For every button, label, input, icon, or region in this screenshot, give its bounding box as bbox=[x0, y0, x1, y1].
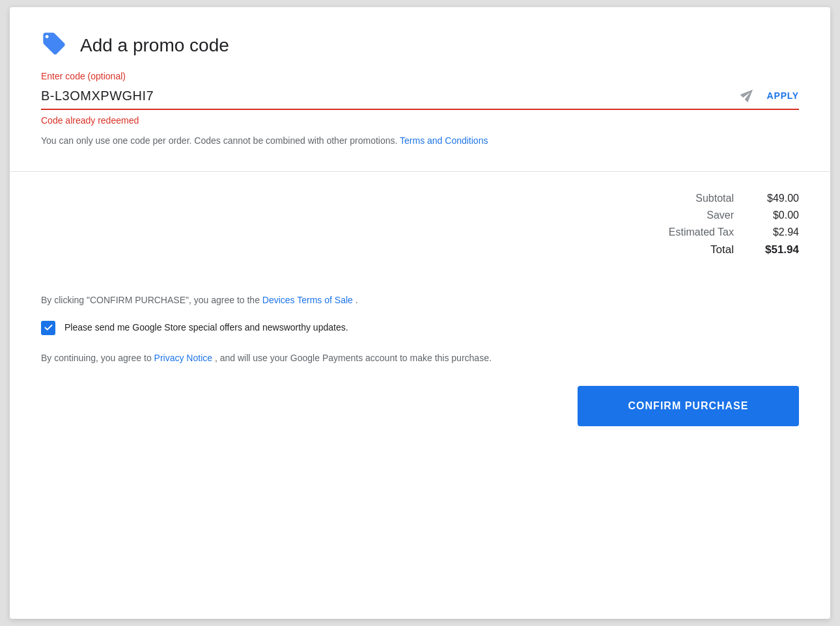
subtotal-value: $49.00 bbox=[734, 193, 799, 204]
confirm-row: CONFIRM PURCHASE bbox=[41, 386, 799, 426]
tag-icon bbox=[41, 31, 67, 61]
legal-section: By clicking "CONFIRM PURCHASE", you agre… bbox=[10, 293, 830, 450]
newsletter-checkbox[interactable] bbox=[41, 321, 55, 335]
confirm-purchase-button[interactable]: CONFIRM PURCHASE bbox=[578, 386, 799, 426]
tax-label: Estimated Tax bbox=[552, 226, 734, 238]
devices-terms-link[interactable]: Devices Terms of Sale bbox=[262, 295, 353, 305]
promo-code-input[interactable] bbox=[41, 88, 742, 103]
promo-input-row: APPLY bbox=[41, 87, 799, 110]
subtotal-label: Subtotal bbox=[552, 193, 734, 204]
newsletter-label: Please send me Google Store special offe… bbox=[64, 321, 348, 334]
promo-note: You can only use one code per order. Cod… bbox=[41, 133, 799, 148]
apply-button[interactable]: APPLY bbox=[767, 90, 799, 101]
total-value: $51.94 bbox=[734, 243, 799, 256]
privacy-notice: By continuing, you agree to Privacy Noti… bbox=[41, 351, 799, 365]
privacy-notice-link[interactable]: Privacy Notice bbox=[154, 353, 212, 363]
saver-row: Saver $0.00 bbox=[552, 210, 799, 221]
newsletter-row: Please send me Google Store special offe… bbox=[41, 321, 799, 335]
tax-value: $2.94 bbox=[734, 226, 799, 238]
purchase-card: Add a promo code Enter code (optional) A… bbox=[10, 7, 830, 619]
promo-header: Add a promo code bbox=[41, 31, 799, 61]
total-row: Total $51.94 bbox=[552, 243, 799, 256]
tax-row: Estimated Tax $2.94 bbox=[552, 226, 799, 238]
confirm-notice: By clicking "CONFIRM PURCHASE", you agre… bbox=[41, 293, 799, 307]
promo-label: Enter code (optional) bbox=[41, 71, 799, 81]
summary-section: Subtotal $49.00 Saver $0.00 Estimated Ta… bbox=[10, 172, 830, 293]
saver-label: Saver bbox=[552, 210, 734, 221]
summary-table: Subtotal $49.00 Saver $0.00 Estimated Ta… bbox=[41, 193, 799, 262]
terms-conditions-link[interactable]: Terms and Conditions bbox=[400, 135, 488, 146]
error-message: Code already redeemed bbox=[41, 115, 799, 126]
promo-title: Add a promo code bbox=[80, 35, 229, 56]
saver-value: $0.00 bbox=[734, 210, 799, 221]
subtotal-row: Subtotal $49.00 bbox=[552, 193, 799, 204]
total-label: Total bbox=[552, 243, 734, 256]
promo-section: Add a promo code Enter code (optional) A… bbox=[10, 7, 830, 172]
